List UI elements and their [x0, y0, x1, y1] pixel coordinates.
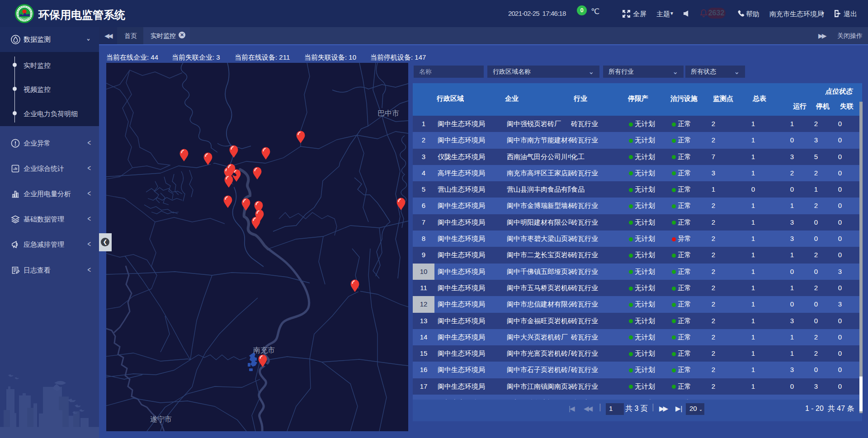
svg-text:巴中市: 巴中市: [377, 109, 399, 117]
svg-text:遂宁市: 遂宁市: [150, 415, 172, 423]
svg-text:南充市: 南充市: [253, 346, 275, 354]
